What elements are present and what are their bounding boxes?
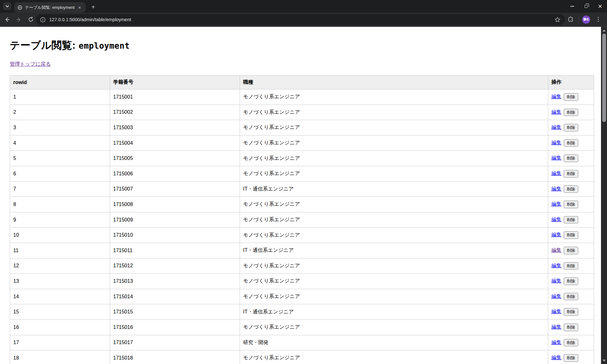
actions-cell: 編集削除 [548,89,594,105]
rowid-cell: 2 [10,105,110,120]
edit-link[interactable]: 編集 [551,263,561,268]
student-id-cell: 1715007 [110,181,240,197]
delete-button[interactable]: 削除 [564,231,578,239]
edit-link[interactable]: 編集 [551,340,561,345]
minimize-icon[interactable] [565,0,579,13]
column-header-student-id: 学籍番号 [110,76,240,89]
delete-button[interactable]: 削除 [564,339,578,347]
delete-button[interactable]: 削除 [564,185,578,193]
job-type-cell: IT・通信系エンジニア [240,243,548,258]
edit-link[interactable]: 編集 [551,309,561,314]
delete-button[interactable]: 削除 [564,155,578,162]
edit-link[interactable]: 編集 [551,217,561,222]
rowid-cell: 17 [10,335,110,350]
table-row: 31715003モノづくり系エンジニア編集削除 [10,120,594,136]
edit-link[interactable]: 編集 [551,278,561,283]
edit-link[interactable]: 編集 [551,232,561,237]
edit-link[interactable]: 編集 [551,155,561,161]
reload-icon[interactable] [25,13,36,26]
new-tab-icon[interactable]: + [89,3,97,11]
edit-link[interactable]: 編集 [551,171,561,176]
actions-cell: 編集削除 [548,120,594,136]
student-id-cell: 1715004 [110,135,240,151]
delete-button[interactable]: 削除 [564,277,578,285]
vertical-scrollbar[interactable] [601,27,607,364]
edit-link[interactable]: 編集 [551,247,561,253]
student-id-cell: 1715002 [110,105,240,120]
scroll-down-icon[interactable] [601,358,607,363]
menu-kebab-icon[interactable] [593,15,603,24]
edit-link[interactable]: 編集 [551,201,561,207]
actions-cell: 編集削除 [548,105,594,120]
actions-cell: 編集削除 [548,289,594,304]
student-id-cell: 1715011 [110,243,240,258]
table-header-row: rowid 学籍番号 職種 操作 [10,76,594,89]
address-bar[interactable]: 127.0.0.1:5000/admin/table/employment [36,14,565,25]
table-row: 21715002モノづくり系エンジニア編集削除 [10,105,594,120]
actions-cell: 編集削除 [548,181,594,197]
delete-button[interactable]: 削除 [564,293,578,300]
job-type-cell: 研究・開発 [240,335,548,350]
actions-cell: 編集削除 [548,335,594,350]
delete-button[interactable]: 削除 [564,216,578,224]
back-to-admin-link[interactable]: 管理トップに戻る [10,61,51,67]
page-viewport: テーブル閲覧: employment 管理トップに戻る rowid 学籍番号 職… [0,27,601,364]
edit-link[interactable]: 編集 [551,324,561,330]
table-body: 11715001モノづくり系エンジニア編集削除21715002モノづくり系エンジ… [10,89,594,364]
delete-button[interactable]: 削除 [564,354,578,362]
bookmark-star-icon[interactable] [555,17,561,23]
delete-button[interactable]: 削除 [564,109,578,116]
edit-link[interactable]: 編集 [551,294,561,299]
job-type-cell: モノづくり系エンジニア [240,135,548,151]
delete-button[interactable]: 削除 [564,170,578,178]
student-id-cell: 1715013 [110,274,240,289]
job-type-cell: モノづくり系エンジニア [240,151,548,166]
rowid-cell: 13 [10,274,110,289]
job-type-cell: モノづくり系エンジニア [240,89,548,105]
actions-cell: 編集削除 [548,274,594,289]
globe-icon [17,5,22,10]
student-id-cell: 1715008 [110,197,240,212]
url-text[interactable]: 127.0.0.1:5000/admin/table/employment [49,17,555,22]
rowid-cell: 12 [10,258,110,274]
edit-link[interactable]: 編集 [551,94,561,99]
delete-button[interactable]: 削除 [564,247,578,254]
scrollbar-thumb[interactable] [602,33,606,122]
delete-button[interactable]: 削除 [564,124,578,131]
delete-button[interactable]: 削除 [564,201,578,208]
edit-link[interactable]: 編集 [551,186,561,191]
forward-icon[interactable] [14,13,24,26]
edit-link[interactable]: 編集 [551,124,561,130]
window-close-icon[interactable]: ✕ [593,0,607,13]
rowid-cell: 8 [10,197,110,212]
edit-link[interactable]: 編集 [551,109,561,115]
delete-button[interactable]: 削除 [564,324,578,331]
profile-avatar[interactable]: 藤也 [582,15,590,24]
restore-icon[interactable] [579,0,593,13]
delete-button[interactable]: 削除 [564,262,578,270]
table-row: 121715012モノづくり系エンジニア編集削除 [10,258,594,274]
table-row: 51715005モノづくり系エンジニア編集削除 [10,151,594,166]
delete-button[interactable]: 削除 [564,93,578,101]
tab-close-icon[interactable]: × [77,5,83,10]
table-row: 11715001モノづくり系エンジニア編集削除 [10,89,594,105]
site-info-icon[interactable] [40,17,46,22]
delete-button[interactable]: 削除 [564,139,578,147]
student-id-cell: 1715014 [110,289,240,304]
student-id-cell: 1715006 [110,166,240,181]
tab-search-button[interactable] [3,2,11,10]
table-row: 101715010モノづくり系エンジニア編集削除 [10,228,594,243]
extensions-icon[interactable] [566,15,575,24]
page-title-table-name: employment [79,41,130,51]
edit-link[interactable]: 編集 [551,355,561,360]
scroll-up-icon[interactable] [601,28,607,33]
table-row: 41715004モノづくり系エンジニア編集削除 [10,135,594,151]
delete-button[interactable]: 削除 [564,308,578,316]
toolbar-separator [579,16,579,23]
rowid-cell: 18 [10,350,110,364]
actions-cell: 編集削除 [548,304,594,320]
browser-tab[interactable]: テーブル閲覧: employment × [14,2,86,13]
column-header-rowid: rowid [10,76,110,89]
edit-link[interactable]: 編集 [551,140,561,145]
back-icon[interactable] [2,13,12,26]
